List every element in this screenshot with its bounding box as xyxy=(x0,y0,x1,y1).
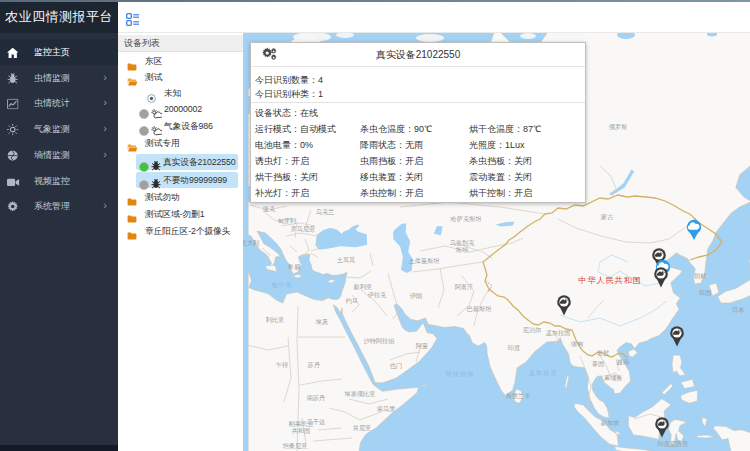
svg-text:新加坡: 新加坡 xyxy=(600,419,620,426)
svg-text:埃塞俄比亚: 埃塞俄比亚 xyxy=(345,390,376,398)
svg-text:匈牙利: 匈牙利 xyxy=(278,217,297,224)
svg-text:斯里兰卡: 斯里兰卡 xyxy=(506,392,531,399)
svg-text:越南: 越南 xyxy=(617,358,630,366)
svg-text:罗马尼亚: 罗马尼亚 xyxy=(291,225,316,233)
svg-text:伊拉克: 伊拉克 xyxy=(368,291,387,299)
svg-text:埃及: 埃及 xyxy=(316,318,329,325)
svg-text:阿富汗: 阿富汗 xyxy=(455,283,474,291)
svg-text:斯坦: 斯坦 xyxy=(456,246,469,253)
svg-text:南苏丹: 南苏丹 xyxy=(307,394,326,401)
svg-text:约旦: 约旦 xyxy=(346,297,358,305)
svg-text:乌克兰: 乌克兰 xyxy=(316,208,335,216)
svg-text:日本: 日本 xyxy=(732,306,745,314)
svg-text:希腊: 希腊 xyxy=(288,263,301,271)
svg-text:捷克: 捷克 xyxy=(263,205,276,213)
svg-text:蒙古: 蒙古 xyxy=(601,213,614,221)
svg-text:朝鲜: 朝鲜 xyxy=(694,272,707,280)
svg-text:苏丹: 苏丹 xyxy=(308,361,320,368)
svg-text:乍得: 乍得 xyxy=(276,361,288,369)
svg-text:土耳其: 土耳其 xyxy=(337,256,356,264)
svg-text:土库曼斯坦: 土库曼斯坦 xyxy=(409,257,441,265)
svg-text:叙利亚: 叙利亚 xyxy=(354,283,373,291)
svg-text:韩国: 韩国 xyxy=(699,289,711,297)
svg-text:巴基斯坦: 巴基斯坦 xyxy=(467,305,493,312)
svg-text:印度尼西亚: 印度尼西亚 xyxy=(658,440,689,448)
svg-text:泰国: 泰国 xyxy=(592,360,604,368)
svg-text:地中海: 地中海 xyxy=(271,281,293,289)
svg-text:也门: 也门 xyxy=(390,362,402,369)
svg-text:俄罗斯: 俄罗斯 xyxy=(609,123,628,131)
svg-text:利比亚: 利比亚 xyxy=(265,316,285,323)
svg-text:孟加拉国: 孟加拉国 xyxy=(546,329,571,337)
svg-text:缅甸: 缅甸 xyxy=(571,340,583,348)
svg-text:沙特阿拉伯: 沙特阿拉伯 xyxy=(364,337,395,345)
svg-text:哈萨克斯坦: 哈萨克斯坦 xyxy=(451,215,483,223)
svg-text:阿曼: 阿曼 xyxy=(416,342,428,350)
svg-text:索马里: 索马里 xyxy=(377,405,396,412)
svg-text:阿拉伯海: 阿拉伯海 xyxy=(446,370,475,378)
svg-text:柬埔寨: 柬埔寨 xyxy=(604,374,623,381)
svg-text:孟加拉湾: 孟加拉湾 xyxy=(529,369,558,377)
svg-text:印度: 印度 xyxy=(508,344,520,352)
svg-text:共和国: 共和国 xyxy=(292,427,311,435)
svg-text:坦桑尼亚: 坦桑尼亚 xyxy=(282,442,308,449)
svg-text:伊朗: 伊朗 xyxy=(410,292,422,300)
svg-text:中华人民共和国: 中华人民共和国 xyxy=(578,275,642,285)
svg-text:肯尼亚: 肯尼亚 xyxy=(353,424,372,431)
svg-text:老挝: 老挝 xyxy=(597,349,609,357)
svg-text:尼泊尔: 尼泊尔 xyxy=(523,326,542,334)
svg-text:意大利: 意大利 xyxy=(243,239,259,246)
